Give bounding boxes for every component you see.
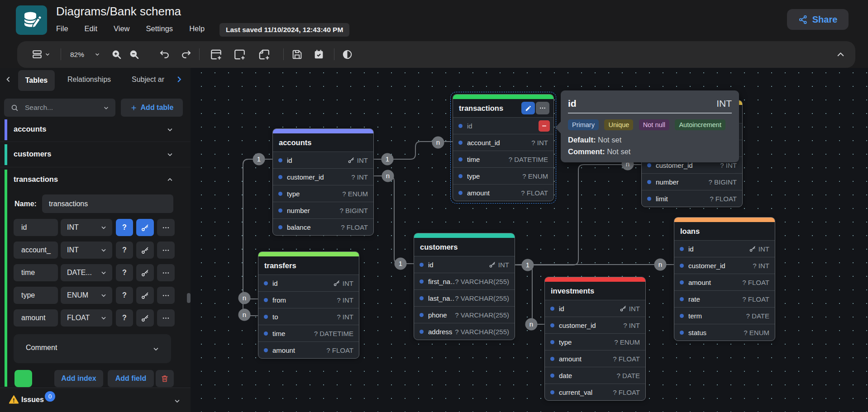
svg-text:n: n xyxy=(243,294,246,302)
svg-text:1: 1 xyxy=(399,260,402,267)
svg-text:n: n xyxy=(658,260,662,268)
svg-text:n: n xyxy=(386,172,390,180)
svg-text:1: 1 xyxy=(526,261,529,269)
svg-text:n: n xyxy=(529,320,533,328)
svg-text:n: n xyxy=(243,311,246,318)
svg-text:1: 1 xyxy=(386,155,389,163)
svg-text:n: n xyxy=(436,138,440,146)
svg-text:1: 1 xyxy=(257,155,261,163)
